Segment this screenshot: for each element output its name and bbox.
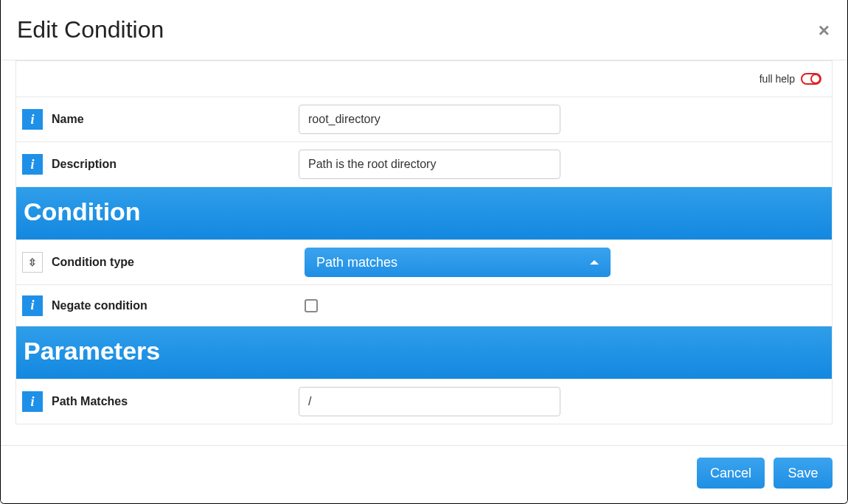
section-parameters: Parameters	[15, 326, 833, 379]
full-help-label: full help	[760, 73, 795, 85]
info-icon[interactable]: i	[22, 154, 43, 175]
label-path-matches: i Path Matches	[22, 391, 299, 412]
condition-type-selected: Path matches	[316, 255, 397, 270]
input-cell-condition-type: Path matches	[299, 248, 826, 277]
row-condition-type: ⇳ Condition type Path matches	[15, 240, 833, 285]
input-cell-name	[299, 105, 826, 134]
row-path-matches: i Path Matches	[15, 379, 833, 424]
negate-label: Negate condition	[52, 299, 147, 312]
name-input[interactable]	[299, 105, 560, 134]
row-description: i Description	[15, 142, 833, 187]
label-negate: i Negate condition	[22, 295, 299, 316]
section-condition: Condition	[15, 187, 833, 240]
input-cell-path-matches	[299, 387, 826, 416]
name-label: Name	[52, 113, 84, 126]
close-icon[interactable]: ×	[819, 21, 830, 40]
modal-body: full help i Name i Description Condition…	[1, 60, 847, 424]
row-name: i Name	[15, 97, 833, 142]
modal-header: Edit Condition ×	[1, 0, 847, 60]
input-cell-description	[299, 150, 826, 179]
path-matches-label: Path Matches	[52, 395, 128, 408]
description-input[interactable]	[299, 150, 560, 179]
chevron-up-icon	[590, 260, 599, 265]
row-negate: i Negate condition	[15, 285, 833, 326]
path-matches-input[interactable]	[299, 387, 560, 416]
input-cell-negate	[299, 299, 826, 312]
modal-title: Edit Condition	[17, 16, 164, 43]
info-icon[interactable]: i	[22, 109, 43, 130]
condition-type-label: Condition type	[52, 256, 134, 269]
condition-type-dropdown[interactable]: Path matches	[305, 248, 611, 277]
description-label: Description	[52, 158, 117, 171]
negate-checkbox[interactable]	[305, 299, 318, 312]
expand-icon[interactable]: ⇳	[22, 252, 43, 273]
modal-footer: Cancel Save	[1, 445, 847, 503]
save-button[interactable]: Save	[774, 458, 833, 489]
info-icon[interactable]: i	[22, 391, 43, 412]
info-icon[interactable]: i	[22, 295, 43, 316]
help-bar: full help	[15, 60, 833, 97]
full-help-toggle[interactable]	[801, 73, 821, 85]
cancel-button[interactable]: Cancel	[697, 458, 765, 489]
label-name: i Name	[22, 109, 299, 130]
label-condition-type: ⇳ Condition type	[22, 252, 299, 273]
label-description: i Description	[22, 154, 299, 175]
